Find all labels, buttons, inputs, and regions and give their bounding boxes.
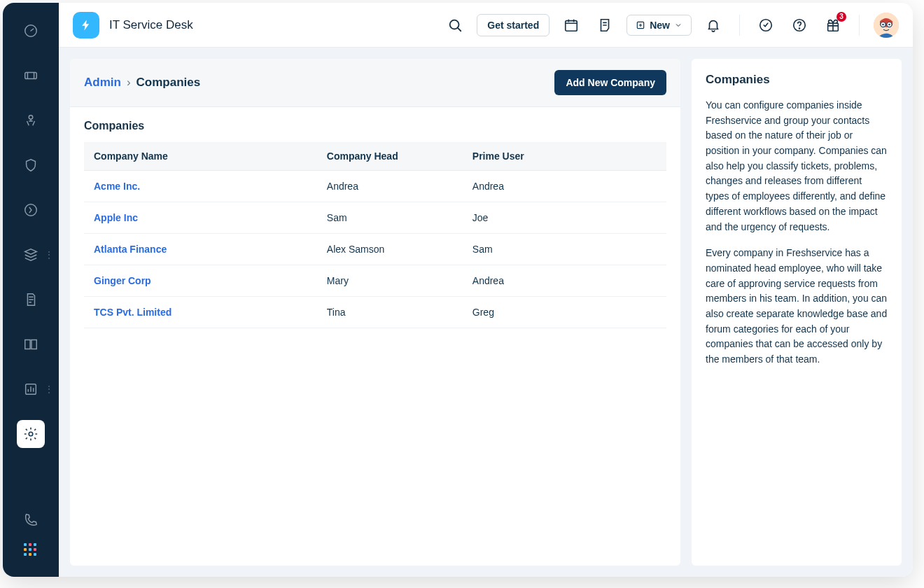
- company-head-cell: Alex Samson: [317, 234, 463, 265]
- col-prime-user: Prime User: [463, 142, 666, 171]
- svg-rect-1: [25, 72, 37, 78]
- nav-admin[interactable]: [17, 420, 45, 448]
- submenu-indicator-icon: ⋮: [45, 384, 53, 394]
- company-head-cell: Tina: [317, 297, 463, 328]
- svg-point-17: [888, 23, 890, 25]
- gift-badge: 3: [836, 12, 846, 22]
- table-heading: Companies: [84, 120, 666, 132]
- notes-icon[interactable]: [593, 13, 617, 37]
- company-name-link[interactable]: Acme Inc.: [84, 171, 317, 202]
- nav-contracts[interactable]: [17, 286, 45, 314]
- chevron-right-icon: ›: [127, 76, 131, 90]
- company-name-link[interactable]: TCS Pvt. Limited: [84, 297, 317, 328]
- col-company-head: Company Head: [317, 142, 463, 171]
- nav-releases[interactable]: [17, 196, 45, 224]
- company-head-cell: Andrea: [317, 171, 463, 202]
- breadcrumb-bar: Admin › Companies Add New Company: [70, 59, 680, 107]
- table-row[interactable]: Acme Inc.AndreaAndrea: [84, 171, 666, 202]
- search-icon[interactable]: [443, 13, 467, 37]
- company-name-link[interactable]: Atlanta Finance: [84, 234, 317, 265]
- companies-table: Company Name Company Head Prime User Acm…: [84, 142, 666, 328]
- help-paragraph: Every company in Freshservice has a nomi…: [706, 246, 888, 368]
- company-head-cell: Sam: [317, 202, 463, 234]
- nav-inventory[interactable]: ⋮: [17, 241, 45, 269]
- nav-solutions[interactable]: [17, 330, 45, 358]
- svg-point-11: [799, 28, 799, 29]
- svg-point-2: [29, 115, 33, 120]
- table-row[interactable]: Apple IncSamJoe: [84, 202, 666, 234]
- prime-user-cell: Sam: [463, 234, 666, 265]
- col-company-name: Company Name: [84, 142, 317, 171]
- gift-icon[interactable]: 3: [821, 13, 845, 37]
- help-icon[interactable]: [788, 13, 811, 37]
- announce-icon[interactable]: [754, 13, 778, 37]
- prime-user-cell: Andrea: [463, 171, 666, 202]
- prime-user-cell: Joe: [463, 202, 666, 234]
- table-row[interactable]: TCS Pvt. LimitedTinaGreg: [84, 297, 666, 328]
- bell-icon[interactable]: [701, 13, 725, 37]
- company-name-link[interactable]: Ginger Corp: [84, 265, 317, 297]
- nav-tickets[interactable]: [17, 62, 45, 90]
- nav-dashboard[interactable]: [17, 17, 45, 45]
- svg-rect-7: [566, 20, 578, 31]
- app-title: IT Service Desk: [109, 18, 193, 32]
- table-row[interactable]: Ginger CorpMaryAndrea: [84, 265, 666, 297]
- help-title: Companies: [706, 73, 888, 87]
- user-avatar[interactable]: [874, 13, 899, 38]
- table-row[interactable]: Atlanta FinanceAlex SamsonSam: [84, 234, 666, 265]
- svg-point-16: [882, 23, 884, 25]
- company-name-link[interactable]: Apple Inc: [84, 202, 317, 234]
- submenu-indicator-icon: ⋮: [45, 250, 53, 260]
- breadcrumb-current: Companies: [136, 76, 201, 90]
- nav-phone[interactable]: [17, 511, 45, 528]
- nav-reports[interactable]: ⋮: [17, 375, 45, 403]
- app-logo[interactable]: [73, 12, 99, 38]
- new-button[interactable]: New: [626, 15, 692, 36]
- app-launcher-icon[interactable]: [24, 543, 38, 557]
- calendar-icon[interactable]: [559, 13, 583, 37]
- nav-problems[interactable]: [17, 106, 45, 134]
- nav-rail: ⋮ ⋮: [3, 3, 59, 577]
- prime-user-cell: Andrea: [463, 265, 666, 297]
- help-panel: Companies You can configure companies in…: [692, 59, 902, 566]
- prime-user-cell: Greg: [463, 297, 666, 328]
- company-head-cell: Mary: [317, 265, 463, 297]
- topbar: IT Service Desk Get started New: [59, 3, 913, 48]
- get-started-button[interactable]: Get started: [477, 14, 550, 36]
- companies-panel: Admin › Companies Add New Company Compan…: [70, 59, 680, 566]
- nav-shield[interactable]: [17, 151, 45, 179]
- add-company-button[interactable]: Add New Company: [554, 70, 666, 95]
- help-paragraph: You can configure companies inside Fresh…: [706, 98, 888, 234]
- breadcrumb-root[interactable]: Admin: [84, 76, 121, 90]
- breadcrumb: Admin › Companies: [84, 76, 200, 90]
- main-area: IT Service Desk Get started New: [59, 3, 913, 577]
- svg-point-5: [29, 432, 33, 436]
